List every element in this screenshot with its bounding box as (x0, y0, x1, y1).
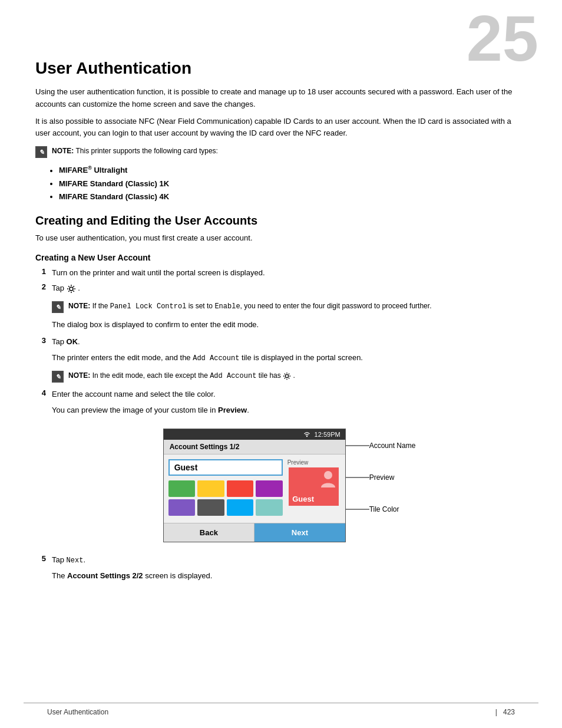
note-content-3: NOTE: In the edit mode, each tile except… (68, 370, 295, 381)
note-2-indent: ✎ NOTE: If the Panel Lock Control is set… (52, 301, 527, 331)
step5-detail-block: The Account Settings 2/2 screen is displ… (52, 570, 527, 582)
callout-label-preview: Preview (369, 473, 395, 482)
intro-paragraph-2: It is also possible to associate NFC (Ne… (35, 116, 527, 140)
step-text-4: Enter the account name and select the ti… (52, 388, 527, 401)
step-num-4: 4 (35, 388, 46, 397)
callout-line-3 (346, 506, 369, 512)
callout-label-tile-color: Tile Color (369, 505, 399, 513)
screen-body: Guest (164, 454, 345, 523)
screen-mockup: 12:59PM Account Settings 1/2 Guest (163, 429, 346, 542)
color-swatch-violet[interactable] (168, 499, 196, 516)
step-text-5: Tap Next. (52, 554, 527, 566)
color-swatch-blue[interactable] (227, 499, 254, 516)
note-icon-3: ✎ (52, 371, 64, 383)
next-button[interactable]: Next (254, 523, 345, 542)
callout-tile-color: Tile Color (346, 505, 416, 513)
note-label-1: NOTE: (52, 147, 74, 155)
step4-detail-block: You can preview the image of your custom… (52, 404, 527, 542)
footer-page-number: 423 (503, 708, 515, 716)
color-swatch-purple[interactable] (256, 480, 283, 497)
note-content-1: NOTE: This printer supports the followin… (52, 146, 218, 156)
step4-detail: You can preview the image of your custom… (52, 404, 527, 417)
steps-container: 1 Turn on the printer and wait until the… (35, 267, 527, 582)
color-swatch-dark[interactable] (197, 499, 224, 516)
note-content-2: NOTE: If the Panel Lock Control is set t… (68, 301, 431, 312)
note-icon-1: ✎ (35, 146, 47, 158)
color-swatch-red[interactable] (227, 480, 254, 497)
card-type-1: MIFARE® Ultralight (59, 164, 527, 177)
svg-point-8 (306, 435, 307, 436)
svg-point-2 (70, 287, 73, 291)
step-4: 4 Enter the account name and select the … (35, 388, 527, 401)
subsection-title: Creating a New User Account (35, 253, 527, 262)
step-num-2: 2 (35, 282, 46, 291)
card-type-2: MIFARE Standard (Classic) 1K (59, 177, 527, 190)
callout-line-2 (346, 475, 369, 480)
screen-right: Preview Guest (287, 459, 340, 518)
wifi-icon (303, 430, 311, 439)
step-3: 3 Tap OK. (35, 336, 527, 348)
step-text-2: Tap . (52, 282, 527, 295)
intro-paragraph-1: Using the user authentication function, … (35, 86, 527, 111)
card-type-3: MIFARE Standard (Classic) 4K (59, 190, 527, 203)
person-icon (320, 470, 336, 493)
svg-point-7 (285, 374, 288, 377)
section-title: Creating and Editing the User Accounts (35, 214, 527, 228)
screen-footer: Back Next (164, 523, 345, 542)
callout-preview: Preview (346, 473, 416, 482)
svg-point-9 (324, 471, 332, 479)
footer-separator: | (495, 708, 497, 716)
screen-container: 12:59PM Account Settings 1/2 Guest (52, 429, 527, 542)
step-text-1: Turn on the printer and wait until the p… (52, 267, 527, 279)
preview-label: Preview (287, 459, 309, 466)
step-1: 1 Turn on the printer and wait until the… (35, 267, 527, 279)
preview-tile: Guest (289, 467, 339, 506)
callout-account-name: Account Name (346, 442, 416, 450)
step-num-5: 5 (35, 554, 46, 563)
callout-label-account-name: Account Name (369, 442, 416, 450)
color-swatch-yellow[interactable] (197, 480, 224, 497)
section-intro: To use user authentication, you must fir… (35, 232, 527, 245)
step5-detail: The Account Settings 2/2 screen is displ… (52, 570, 527, 582)
color-swatch-green[interactable] (168, 480, 196, 497)
color-swatch-teal[interactable] (256, 499, 283, 516)
callout-lines: Account Name Preview Tile Color (346, 429, 416, 535)
page-footer: User Authentication | 423 (24, 703, 538, 716)
screen-header: Account Settings 1/2 (164, 440, 345, 454)
color-grid-row2 (168, 499, 283, 516)
preview-tile-name: Guest (292, 495, 314, 503)
gear-icon (67, 284, 76, 294)
note-body-1: This printer supports the following card… (75, 147, 217, 155)
footer-section-name: User Authentication (47, 708, 490, 716)
step2-detail: The dialog box is displayed to confirm t… (52, 319, 527, 331)
step-num-3: 3 (35, 336, 46, 345)
note-box-2: ✎ NOTE: If the Panel Lock Control is set… (52, 301, 527, 313)
card-types-list: MIFARE® Ultralight MIFARE Standard (Clas… (59, 164, 527, 203)
step-2: 2 Tap . (35, 282, 527, 295)
screen-time: 12:59PM (315, 431, 340, 438)
step-num-1: 1 (35, 267, 46, 276)
svg-text:✎: ✎ (39, 149, 44, 156)
account-name-field[interactable]: Guest (168, 459, 283, 476)
step-5: 5 Tap Next. (35, 554, 527, 566)
screen-left: Guest (168, 459, 283, 518)
color-grid-row1 (168, 480, 283, 497)
chapter-number: 25 (467, 6, 538, 71)
screen-top-bar: 12:59PM (164, 429, 345, 440)
gear-icon-inline (283, 372, 291, 380)
back-button[interactable]: Back (164, 523, 255, 542)
step3-detail: The printer enters the edit mode, and th… (52, 352, 527, 364)
svg-text:✎: ✎ (55, 304, 61, 311)
note-box-3: ✎ NOTE: In the edit mode, each tile exce… (52, 370, 527, 383)
page-title: User Authentication (35, 59, 527, 78)
note-box-1: ✎ NOTE: This printer supports the follow… (35, 146, 527, 158)
svg-text:✎: ✎ (55, 373, 61, 380)
step3-detail-block: The printer enters the edit mode, and th… (52, 352, 527, 383)
step-text-3: Tap OK. (52, 336, 527, 348)
note-icon-2: ✎ (52, 301, 64, 313)
callout-line-1 (346, 443, 369, 449)
